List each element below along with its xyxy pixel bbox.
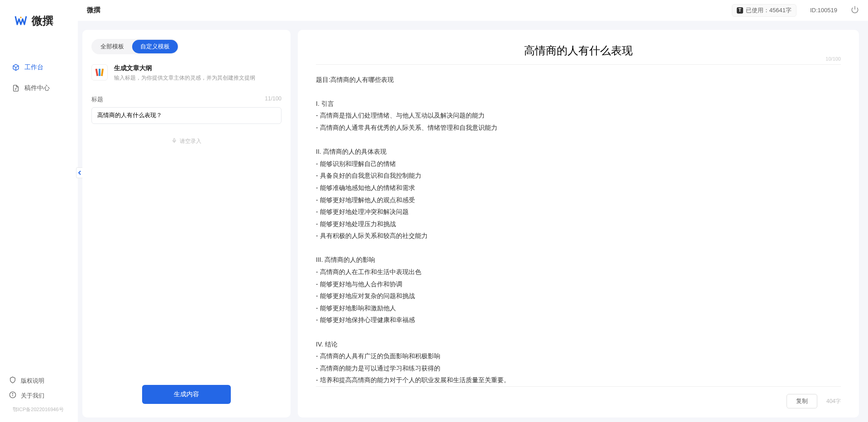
text-icon: T: [737, 7, 743, 14]
sidebar: 微撰 工作台 稿件中心 版权说明: [0, 0, 78, 422]
nav-item-drafts[interactable]: 稿件中心: [9, 81, 69, 96]
topbar-right: T 已使用：45641字 ID:100519: [732, 4, 859, 17]
logo[interactable]: 微撰: [0, 14, 78, 28]
svg-point-2: [12, 394, 13, 394]
tabs: 全部模板 自定义模板: [91, 39, 179, 54]
copy-button[interactable]: 复制: [787, 394, 817, 408]
generate-button[interactable]: 生成内容: [142, 385, 231, 404]
tab-all-templates[interactable]: 全部模板: [92, 40, 132, 53]
document-icon: [12, 84, 20, 92]
field-label: 标题: [91, 95, 103, 104]
shield-icon: [9, 376, 16, 385]
nav: 工作台 稿件中心: [0, 60, 78, 96]
info-icon: [9, 391, 16, 400]
card-title: 生成文章大纲: [114, 64, 255, 72]
logo-icon: [14, 14, 28, 28]
template-card: 生成文章大纲 输入标题，为你提供文章主体的灵感，并为其创建推文提纲: [91, 64, 281, 82]
title-input[interactable]: [91, 107, 281, 124]
sidebar-bottom: 版权说明 关于我们 鄂ICP备2022016946号: [0, 376, 78, 422]
field-counter: 11/100: [265, 95, 281, 104]
panels: 全部模板 自定义模板 生成文章大纲 输入标题，为你提供文章主体的灵感，并为其创建…: [78, 21, 868, 422]
svg-rect-6: [101, 68, 104, 76]
usage-badge[interactable]: T 已使用：45641字: [732, 4, 796, 17]
sidebar-item-about[interactable]: 关于我们: [9, 391, 69, 400]
nav-item-label: 工作台: [24, 63, 43, 71]
power-icon[interactable]: [851, 5, 859, 15]
page-title: 微撰: [87, 6, 100, 14]
voice-placeholder: 请空录入: [180, 138, 201, 145]
svg-rect-4: [95, 68, 99, 76]
svg-rect-7: [174, 138, 175, 141]
output-body[interactable]: 题目:高情商的人有哪些表现 I. 引言 - 高情商是指人们处理情绪、与他人互动以…: [316, 74, 841, 386]
topbar: 微撰 T 已使用：45641字 ID:100519: [78, 0, 868, 21]
nav-item-workbench[interactable]: 工作台: [9, 60, 69, 75]
card-desc: 输入标题，为你提供文章主体的灵感，并为其创建推文提纲: [114, 74, 255, 82]
sidebar-item-label: 版权说明: [21, 377, 44, 385]
sidebar-item-copyright[interactable]: 版权说明: [9, 376, 69, 385]
books-icon: [91, 64, 108, 81]
main: 微撰 T 已使用：45641字 ID:100519 全部模板 自定义模板: [78, 0, 868, 422]
voice-input-row[interactable]: 请空录入: [91, 138, 281, 145]
panel-templates: 全部模板 自定义模板 生成文章大纲 输入标题，为你提供文章主体的灵感，并为其创建…: [82, 30, 291, 417]
user-id: ID:100519: [810, 7, 837, 14]
output-footer: 复制 404字: [316, 386, 841, 408]
svg-rect-5: [99, 69, 100, 76]
cube-icon: [12, 63, 20, 71]
logo-text: 微撰: [32, 14, 53, 28]
nav-item-label: 稿件中心: [24, 84, 50, 92]
microphone-icon: [172, 138, 177, 145]
tab-custom-templates[interactable]: 自定义模板: [132, 40, 178, 53]
output-title: 高情商的人有什么表现: [316, 43, 841, 65]
icp-text: 鄂ICP备2022016946号: [9, 406, 69, 413]
word-count: 404字: [826, 398, 841, 405]
field-header: 标题 11/100: [91, 95, 281, 104]
panel-output: 高情商的人有什么表现 10/100 题目:高情商的人有哪些表现 I. 引言 - …: [298, 30, 859, 417]
title-counter: 10/100: [825, 56, 841, 62]
sidebar-item-label: 关于我们: [21, 392, 44, 400]
usage-text: 已使用：45641字: [746, 6, 792, 14]
